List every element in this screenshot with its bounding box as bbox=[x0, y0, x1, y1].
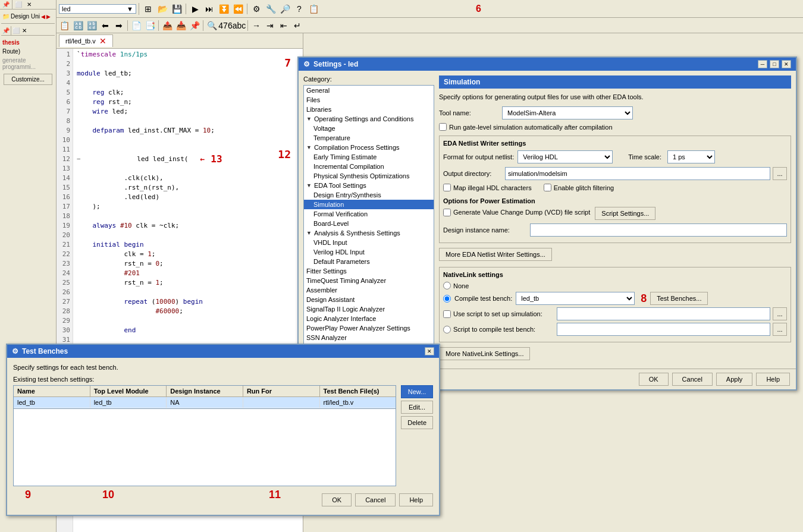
format-select[interactable]: Verilog HDL VHDL bbox=[517, 150, 613, 163]
cat-operating[interactable]: ▼ Operating Settings and Conditions bbox=[304, 114, 434, 124]
sidebar-item-route[interactable]: Route) bbox=[1, 47, 55, 56]
cat-formal-verify[interactable]: Formal Verification bbox=[304, 209, 434, 219]
tb2-1[interactable]: 📋 bbox=[58, 19, 71, 32]
none-radio[interactable] bbox=[443, 282, 451, 289]
cat-board-level[interactable]: Board-Level bbox=[304, 219, 434, 228]
cancel-btn[interactable]: Cancel bbox=[672, 373, 713, 386]
cat-compilation[interactable]: ▼ Compilation Process Settings bbox=[304, 143, 434, 152]
sidebar-item-design-uni[interactable]: 📁 Design Uni ◀ ▶ bbox=[1, 12, 55, 21]
cat-general[interactable]: General bbox=[304, 86, 434, 95]
script-settings-btn[interactable]: Script Settings... bbox=[595, 207, 655, 220]
cat-design-entry[interactable]: Design Entry/Synthesis bbox=[304, 190, 434, 200]
cat-analysis-synth[interactable]: ▼ Analysis & Synthesis Settings bbox=[304, 228, 434, 238]
tb2-5[interactable]: ➡ bbox=[112, 19, 126, 32]
tb-compile2[interactable]: ⏭ bbox=[203, 2, 216, 15]
tb2-10[interactable]: 📌 bbox=[188, 19, 201, 32]
table-row[interactable]: led_tb led_tb NA rtl/led_tb.v bbox=[14, 397, 396, 408]
cat-powerplay[interactable]: PowerPlay Power Analyzer Settings bbox=[304, 323, 434, 333]
tb-save[interactable]: 💾 bbox=[170, 2, 183, 15]
test-benches-btn[interactable]: Test Benches... bbox=[650, 292, 708, 305]
cat-eda-tool[interactable]: ▼ EDA Tool Settings bbox=[304, 181, 434, 190]
tb-open[interactable]: 📂 bbox=[156, 2, 169, 15]
use-script-checkbox[interactable] bbox=[443, 310, 451, 318]
help-btn[interactable]: Help bbox=[756, 373, 790, 386]
tb2-11[interactable]: 🔍 bbox=[205, 19, 218, 32]
more-eda-btn[interactable]: More EDA Netlist Writer Settings... bbox=[439, 248, 552, 261]
tb2-abc[interactable]: abc bbox=[233, 19, 246, 32]
collapse-icon[interactable]: − bbox=[77, 155, 81, 164]
tb2-arrow[interactable]: → bbox=[250, 19, 263, 32]
cat-incremental[interactable]: Incremental Compilation bbox=[304, 162, 434, 171]
sidebar-float[interactable]: ⬜ bbox=[12, 0, 24, 9]
map-illegal-checkbox[interactable] bbox=[443, 184, 451, 191]
script-compile-input[interactable] bbox=[557, 323, 770, 336]
customize-button[interactable]: Customize... bbox=[4, 74, 52, 85]
tb-tool1[interactable]: ⚙ bbox=[250, 2, 263, 15]
tb-compile[interactable]: ▶ bbox=[189, 2, 202, 15]
tab-close-icon[interactable]: ✕ bbox=[99, 36, 106, 46]
cat-simulation[interactable]: Simulation bbox=[304, 200, 434, 209]
cat-verilog[interactable]: Verilog HDL Input bbox=[304, 247, 434, 257]
delete-btn[interactable]: Delete bbox=[401, 416, 433, 429]
tb2-outdent[interactable]: ⇤ bbox=[277, 19, 290, 32]
sidebar-close2[interactable]: ✕ bbox=[21, 26, 28, 35]
compile-radio[interactable] bbox=[443, 295, 451, 303]
tb-extra[interactable]: 📋 bbox=[307, 2, 320, 15]
editor-tab[interactable]: rtl/led_tb.v ✕ bbox=[59, 34, 113, 47]
cat-vhdl[interactable]: VHDL Input bbox=[304, 238, 434, 247]
use-script-input[interactable] bbox=[557, 307, 770, 320]
cat-early-timing[interactable]: Early Timing Estimate bbox=[304, 152, 434, 162]
tb2-6[interactable]: 📄 bbox=[130, 19, 143, 32]
tb-cancel-btn[interactable]: Cancel bbox=[355, 493, 396, 506]
sidebar-close[interactable]: ✕ bbox=[24, 0, 34, 9]
tb2-2[interactable]: 🔠 bbox=[71, 19, 84, 32]
design-instance-input[interactable] bbox=[530, 223, 787, 237]
tb2-indent[interactable]: ⇥ bbox=[264, 19, 277, 32]
tb2-3[interactable]: 🔡 bbox=[85, 19, 98, 32]
cat-temperature[interactable]: Temperature bbox=[304, 133, 434, 143]
cat-timequest[interactable]: TimeQuest Timing Analyzer bbox=[304, 276, 434, 285]
cat-signaltap[interactable]: SignalTap II Logic Analyzer bbox=[304, 304, 434, 314]
tb-new[interactable]: ⊞ bbox=[142, 2, 155, 15]
tb2-7[interactable]: 📑 bbox=[143, 19, 156, 32]
sidebar-item-thesis[interactable]: thesis bbox=[1, 38, 55, 47]
script-compile-radio[interactable] bbox=[443, 326, 451, 333]
tb-compile4[interactable]: ⏪ bbox=[231, 2, 244, 15]
cat-default-params[interactable]: Default Parameters bbox=[304, 257, 434, 266]
cat-ssn[interactable]: SSN Analyzer bbox=[304, 333, 434, 342]
dialog-maximize[interactable]: □ bbox=[770, 60, 779, 68]
category-tree[interactable]: General Files Libraries ▼ Operating Sett… bbox=[303, 85, 434, 347]
sidebar-float2[interactable]: ⬜ bbox=[11, 26, 21, 35]
tool-name-select[interactable]: ModelSim-Altera ModelSim VCS bbox=[502, 106, 633, 119]
tb2-4[interactable]: ⬅ bbox=[99, 19, 112, 32]
cat-assembler[interactable]: Assembler bbox=[304, 285, 434, 295]
ok-btn[interactable]: OK bbox=[639, 373, 669, 386]
run-gate-sim-checkbox[interactable] bbox=[439, 123, 447, 131]
enable-glitch-checkbox[interactable] bbox=[544, 184, 551, 191]
apply-btn[interactable]: Apply bbox=[716, 373, 753, 386]
tb-ok-btn[interactable]: OK bbox=[322, 493, 352, 506]
compile-testbench-select[interactable]: led_tb bbox=[516, 292, 635, 305]
tb-compile3[interactable]: ⏬ bbox=[217, 2, 230, 15]
output-dir-browse[interactable]: ... bbox=[773, 167, 787, 180]
dialog-minimize[interactable]: ─ bbox=[758, 60, 767, 68]
sidebar-pin2[interactable]: 📌 bbox=[1, 26, 11, 35]
tb-help[interactable]: ? bbox=[293, 2, 306, 15]
dialog-close[interactable]: ✕ bbox=[782, 60, 791, 68]
tb2-9[interactable]: 📥 bbox=[174, 19, 187, 32]
output-dir-input[interactable] bbox=[505, 167, 770, 180]
more-nativelink-btn[interactable]: More NativeLink Settings... bbox=[439, 347, 530, 360]
cat-files[interactable]: Files bbox=[304, 95, 434, 105]
testbench-close[interactable]: ✕ bbox=[425, 347, 434, 355]
tb2-wrap[interactable]: ↵ bbox=[291, 19, 304, 32]
cat-fitter[interactable]: Fitter Settings bbox=[304, 266, 434, 276]
new-btn[interactable]: New... bbox=[401, 385, 433, 398]
time-scale-select[interactable]: 1 ps 10 ps 100 ps 1 ns bbox=[667, 150, 715, 163]
tb2-12[interactable]: 476 bbox=[219, 19, 232, 32]
tb-tool3[interactable]: 🔎 bbox=[278, 2, 291, 15]
cat-physical-synth[interactable]: Physical Synthesis Optimizations bbox=[304, 171, 434, 181]
edit-btn[interactable]: Edit... bbox=[401, 401, 433, 414]
tb2-8[interactable]: 📤 bbox=[161, 19, 174, 32]
use-script-browse[interactable]: ... bbox=[773, 307, 787, 320]
generate-vcd-checkbox[interactable] bbox=[443, 209, 451, 216]
